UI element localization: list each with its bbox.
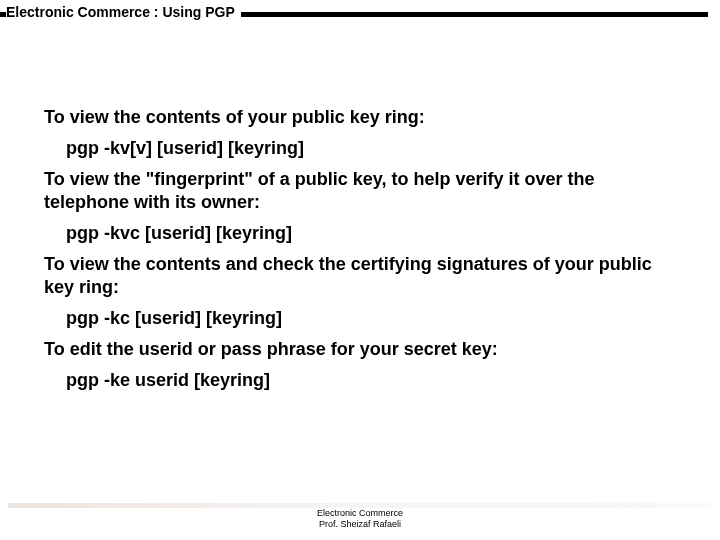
command-line: pgp -kc [userid] [keyring]	[44, 307, 672, 330]
slide-content: To view the contents of your public key …	[0, 26, 720, 392]
footer-line: Electronic Commerce	[0, 508, 720, 519]
footer-line: Prof. Sheizaf Rafaeli	[0, 519, 720, 530]
paragraph: To edit the userid or pass phrase for yo…	[44, 338, 672, 361]
command-line: pgp -kv[v] [userid] [keyring]	[44, 137, 672, 160]
paragraph: To view the "fingerprint" of a public ke…	[44, 168, 672, 214]
paragraph: To view the contents and check the certi…	[44, 253, 672, 299]
footer-rule	[8, 503, 712, 508]
command-line: pgp -ke userid [keyring]	[44, 369, 672, 392]
slide-footer: Electronic Commerce Prof. Sheizaf Rafael…	[0, 508, 720, 530]
command-line: pgp -kvc [userid] [keyring]	[44, 222, 672, 245]
slide-header: Electronic Commerce : Using PGP	[0, 4, 720, 26]
slide-title: Electronic Commerce : Using PGP	[6, 4, 241, 20]
paragraph: To view the contents of your public key …	[44, 106, 672, 129]
